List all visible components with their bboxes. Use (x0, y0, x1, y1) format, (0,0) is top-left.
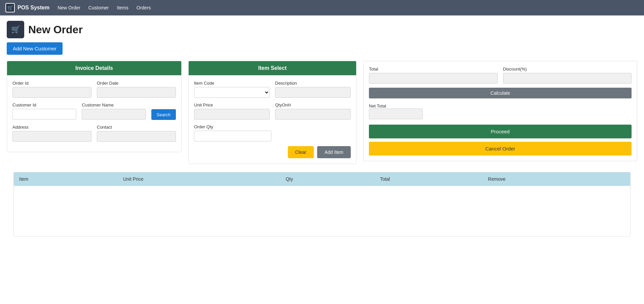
order-qty-group: Order Qty (194, 124, 271, 141)
item-code-label: Item Code (194, 81, 270, 86)
item-panel-body: Item Code Description Unit Price (189, 75, 356, 164)
nav-customer[interactable]: Customer (88, 5, 109, 10)
brand: 🛒 POS System (5, 3, 49, 12)
col-remove: Remove (483, 172, 630, 186)
totals-row: Total Discount(%) (369, 67, 632, 84)
customer-name-group: Customer Name (82, 102, 146, 120)
discount-label: Discount(%) (503, 67, 632, 72)
unit-price-group: Unit Price (194, 102, 270, 120)
customer-id-label: Customer Id (12, 102, 76, 107)
order-qty-row: Order Qty (194, 124, 351, 141)
unit-price-label: Unit Price (194, 102, 270, 107)
nav-new-order[interactable]: New Order (58, 5, 80, 10)
item-select-panel: Item Select Item Code Description (188, 61, 356, 164)
table-empty-row (14, 186, 630, 236)
page-title: New Order (28, 24, 83, 36)
customer-name-label: Customer Name (82, 102, 146, 107)
item-code-description-row: Item Code Description (194, 81, 351, 98)
description-input[interactable] (275, 87, 351, 98)
order-date-input[interactable] (97, 87, 176, 98)
empty-cell (14, 186, 630, 236)
address-input[interactable] (12, 131, 91, 142)
total-group: Total (369, 67, 498, 84)
col-item: Item (14, 172, 118, 186)
calculate-button[interactable]: Calculate (369, 88, 632, 98)
customer-id-group: Customer Id (12, 102, 76, 120)
items-table: Item Unit Price Qty Total Remove (14, 172, 630, 236)
order-qty-label: Order Qty (194, 124, 271, 129)
qty-on-hand-input[interactable] (275, 109, 351, 120)
items-table-header: Item Unit Price Qty Total Remove (14, 172, 630, 186)
add-new-customer-button[interactable]: Add New Customer (7, 42, 63, 55)
item-code-select[interactable] (194, 87, 270, 98)
qty-on-hand-group: QtyOnH (275, 102, 351, 120)
net-total-group: Net Total (369, 103, 632, 119)
customer-name-input[interactable] (82, 109, 146, 120)
qty-on-hand-label: QtyOnH (275, 102, 351, 107)
order-id-date-row: Order Id Order Date (12, 81, 176, 98)
unit-price-input[interactable] (194, 109, 270, 120)
total-label: Total (369, 67, 498, 72)
customer-id-input[interactable] (12, 109, 76, 120)
invoice-panel-header: Invoice Details (7, 61, 181, 75)
invoice-details-panel: Invoice Details Order Id Order Date (7, 61, 182, 152)
search-button[interactable]: Search (151, 109, 176, 120)
order-id-input[interactable] (12, 87, 91, 98)
order-date-group: Order Date (97, 81, 176, 98)
item-panel-header: Item Select (189, 61, 356, 75)
order-qty-input[interactable] (194, 131, 271, 141)
items-table-body (14, 186, 630, 236)
contact-input[interactable] (97, 131, 176, 142)
add-item-button[interactable]: Add Item (317, 146, 351, 158)
brand-label: POS System (17, 5, 49, 11)
contact-group: Contact (97, 125, 176, 142)
col-qty: Qty (280, 172, 375, 186)
nav-items[interactable]: Items (117, 5, 128, 10)
address-group: Address (12, 125, 91, 142)
customer-row: Customer Id Customer Name Search (12, 102, 176, 120)
nav-orders[interactable]: Orders (137, 5, 151, 10)
items-table-wrapper: Item Unit Price Qty Total Remove (13, 172, 631, 237)
items-table-header-row: Item Unit Price Qty Total Remove (14, 172, 630, 186)
panels-row: Invoice Details Order Id Order Date (7, 61, 637, 164)
col-total: Total (375, 172, 483, 186)
navbar: 🛒 POS System New Order Customer Items Or… (0, 0, 644, 15)
col-unit-price: Unit Price (118, 172, 280, 186)
unit-price-qty-row: Unit Price QtyOnH (194, 102, 351, 120)
discount-group: Discount(%) (503, 67, 632, 84)
item-code-group: Item Code (194, 81, 270, 98)
net-total-input[interactable] (369, 108, 423, 119)
total-input[interactable] (369, 73, 498, 84)
page-title-area: 🛒 New Order (7, 21, 637, 38)
contact-label: Contact (97, 125, 176, 130)
main-content: 🛒 New Order Add New Customer Invoice Det… (0, 15, 644, 242)
order-id-group: Order Id (12, 81, 91, 98)
address-contact-row: Address Contact (12, 125, 176, 142)
page-title-icon: 🛒 (7, 21, 24, 38)
description-label: Description (275, 81, 351, 86)
item-actions: Clear Add Item (194, 146, 351, 158)
search-group: Search (151, 102, 176, 120)
description-group: Description (275, 81, 351, 98)
proceed-button[interactable]: Proceed (369, 125, 632, 138)
order-date-label: Order Date (97, 81, 176, 86)
net-total-label: Net Total (369, 103, 386, 108)
discount-input[interactable] (503, 73, 632, 84)
cancel-order-button[interactable]: Cancel Order (369, 142, 632, 156)
invoice-panel-body: Order Id Order Date Customer Id (7, 75, 181, 152)
cart-icon: 🛒 (5, 3, 15, 12)
right-panel: Total Discount(%) Calculate Net Total Pr… (363, 61, 637, 161)
address-label: Address (12, 125, 91, 130)
order-id-label: Order Id (12, 81, 91, 86)
clear-button[interactable]: Clear (288, 146, 314, 158)
